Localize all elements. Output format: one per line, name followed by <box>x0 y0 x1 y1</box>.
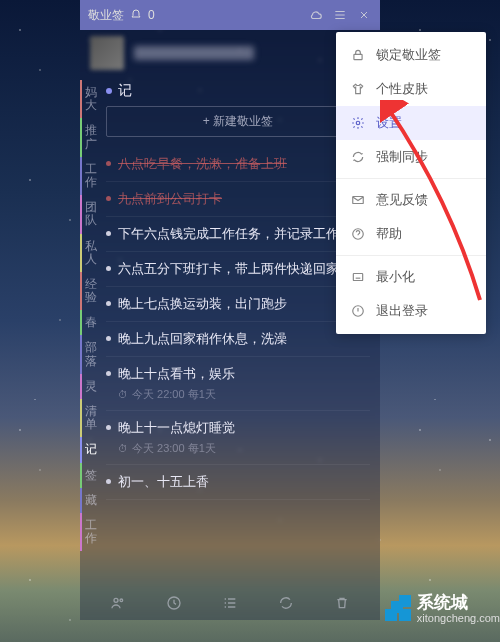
sidebar-tab[interactable]: 灵 <box>80 374 100 399</box>
note-item[interactable]: 晚上七点换运动装，出门跑步 <box>106 287 370 322</box>
titlebar: 敬业签 0 <box>80 0 380 30</box>
app-name: 敬业签 <box>88 7 124 24</box>
sidebar-tab[interactable]: 清单 <box>80 399 100 437</box>
menu-separator <box>336 255 486 256</box>
clock-icon[interactable] <box>165 594 183 612</box>
sidebar-tab[interactable]: 工作 <box>80 157 100 195</box>
refresh-icon[interactable] <box>277 594 295 612</box>
mail-icon <box>350 192 366 208</box>
note-item[interactable]: 八点吃早餐，洗漱，准备上班 <box>106 147 370 182</box>
sidebar-tab[interactable]: 私人 <box>80 234 100 272</box>
watermark-url: xitongcheng.com <box>417 612 500 624</box>
note-item[interactable]: 初一、十五上香 <box>106 465 370 500</box>
menu-separator <box>336 178 486 179</box>
trash-icon[interactable] <box>333 594 351 612</box>
note-item[interactable]: 晚上十点看书，娱乐 今天 22:00 每1天 <box>106 357 370 411</box>
menu-skin[interactable]: 个性皮肤 <box>336 72 486 106</box>
gear-icon <box>350 115 366 131</box>
minimize-icon <box>350 269 366 285</box>
notif-count: 0 <box>148 8 155 22</box>
section-title: 记 <box>106 80 370 106</box>
sidebar-tab[interactable]: 记 <box>80 437 100 462</box>
bell-icon[interactable] <box>130 9 142 21</box>
menu-settings[interactable]: 设置 <box>336 106 486 140</box>
menu-feedback[interactable]: 意见反馈 <box>336 183 486 217</box>
watermark-logo-icon <box>385 595 411 621</box>
sidebar-tab[interactable]: 春 <box>80 310 100 335</box>
app-window: 敬业签 0 妈大 推广 工作 团队 私人 经验 春 部落 灵 <box>80 0 380 620</box>
menu-minimize[interactable]: 最小化 <box>336 260 486 294</box>
shirt-icon <box>350 81 366 97</box>
checklist-icon[interactable] <box>221 594 239 612</box>
close-icon[interactable] <box>356 7 372 23</box>
svg-rect-7 <box>353 274 362 281</box>
sidebar-tab[interactable]: 部落 <box>80 335 100 373</box>
svg-point-1 <box>120 599 123 602</box>
sidebar-tab[interactable]: 签 <box>80 463 100 488</box>
sidebar: 妈大 推广 工作 团队 私人 经验 春 部落 灵 清单 记 签 藏 工作 <box>80 76 100 620</box>
sync-icon <box>350 149 366 165</box>
cloud-sync-icon[interactable] <box>308 7 324 23</box>
username <box>134 46 254 60</box>
svg-rect-3 <box>354 54 362 59</box>
avatar[interactable] <box>90 36 124 70</box>
note-item[interactable]: 九点前到公司打卡 <box>106 182 370 217</box>
new-note-input[interactable]: + 新建敬业签 <box>106 106 370 137</box>
hamburger-menu-icon[interactable] <box>332 7 348 23</box>
menu-sync[interactable]: 强制同步 <box>336 140 486 174</box>
help-icon <box>350 226 366 242</box>
lock-icon <box>350 47 366 63</box>
menu-help[interactable]: 帮助 <box>336 217 486 251</box>
note-reminder: 今天 22:00 每1天 <box>118 387 370 402</box>
sidebar-tab[interactable]: 经验 <box>80 272 100 310</box>
svg-point-0 <box>114 598 118 602</box>
sidebar-tab[interactable]: 妈大 <box>80 80 100 118</box>
profile-bar <box>80 30 380 76</box>
exit-icon <box>350 303 366 319</box>
bottom-toolbar <box>80 586 380 620</box>
watermark-name: 系统城 <box>417 593 468 612</box>
watermark: 系统城 xitongcheng.com <box>385 591 500 624</box>
menu-logout[interactable]: 退出登录 <box>336 294 486 328</box>
menu-lock[interactable]: 锁定敬业签 <box>336 38 486 72</box>
note-item[interactable]: 晚上十一点熄灯睡觉 今天 23:00 每1天 <box>106 411 370 465</box>
settings-menu: 锁定敬业签 个性皮肤 设置 强制同步 意见反馈 帮助 最小化 退出登录 <box>336 32 486 334</box>
note-item[interactable]: 六点五分下班打卡，带上两件快递回家。 <box>106 252 370 287</box>
sidebar-tab[interactable]: 藏 <box>80 488 100 513</box>
svg-point-4 <box>356 121 360 125</box>
sidebar-tab[interactable]: 推广 <box>80 118 100 156</box>
note-item[interactable]: 晚上九点回家稍作休息，洗澡 <box>106 322 370 357</box>
contacts-icon[interactable] <box>109 594 127 612</box>
note-item[interactable]: 下午六点钱完成工作任务，并记录工作 <box>106 217 370 252</box>
sidebar-tab[interactable]: 团队 <box>80 195 100 233</box>
note-reminder: 今天 23:00 每1天 <box>118 441 370 456</box>
sidebar-tab[interactable]: 工作 <box>80 513 100 551</box>
